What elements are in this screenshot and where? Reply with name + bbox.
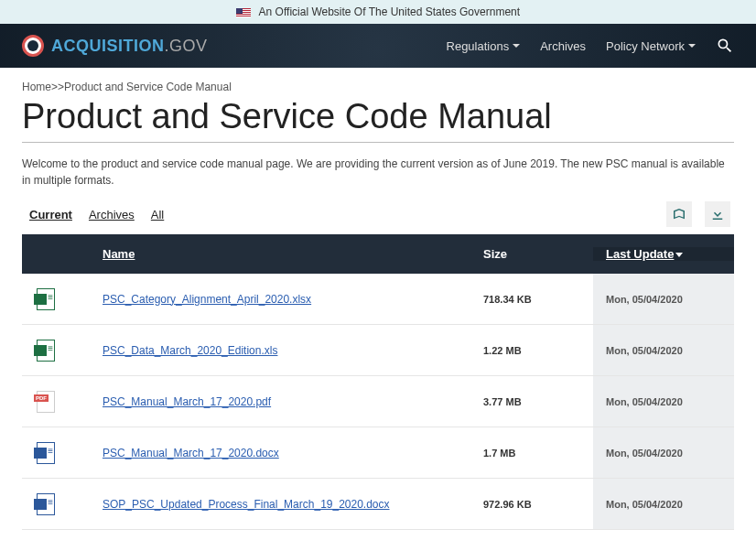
breadcrumb-home[interactable]: Home <box>22 81 51 93</box>
file-updated: Mon, 05/04/2020 <box>593 274 734 324</box>
file-size: 972.96 KB <box>483 499 593 510</box>
file-link[interactable]: SOP_PSC_Updated_Process_Final_March_19_2… <box>103 498 390 511</box>
us-flag-icon <box>236 8 251 17</box>
breadcrumb-current: Product and Service Code Manual <box>64 81 232 93</box>
table-actions <box>666 201 730 227</box>
download-icon <box>709 206 726 222</box>
table-row: PSC_Manual_March_17_2020.pdf3.77 MBMon, … <box>22 376 734 427</box>
header-last-update[interactable]: Last Update <box>593 247 734 261</box>
top-navigation: ACQUISITION.GOV Regulations Archives Pol… <box>0 24 756 68</box>
page-title: Product and Service Code Manual <box>22 97 734 143</box>
sort-desc-icon <box>675 253 683 257</box>
chevron-down-icon <box>688 44 696 48</box>
file-updated: Mon, 05/04/2020 <box>593 376 734 427</box>
file-updated: Mon, 05/04/2020 <box>593 325 734 375</box>
tabs-row: Current Archives All <box>22 201 734 234</box>
primary-nav: Regulations Archives Policy Network <box>447 37 734 55</box>
table-row: SOP_PSC_Updated_Process_Final_March_19_2… <box>22 479 734 530</box>
search-icon <box>716 37 734 55</box>
intro-text: Welcome to the product and service code … <box>22 156 734 189</box>
file-link[interactable]: PSC_Category_Alignment_April_2020.xlsx <box>103 293 311 306</box>
download-button[interactable] <box>705 201 730 227</box>
table-row: PSC_Manual_March_17_2020.docx1.7 MBMon, … <box>22 427 734 479</box>
chevron-down-icon <box>513 44 520 48</box>
file-size: 1.7 MB <box>483 448 593 459</box>
gov-banner: An Official Website Of The United States… <box>0 0 756 24</box>
gov-banner-text: An Official Website Of The United States… <box>259 5 520 18</box>
header-size: Size <box>483 247 593 261</box>
pdf-file-icon <box>37 391 55 413</box>
nav-archives[interactable]: Archives <box>540 39 586 53</box>
logo-text: ACQUISITION.GOV <box>51 37 208 56</box>
word-file-icon <box>37 442 55 464</box>
filter-tabs: Current Archives All <box>29 208 164 221</box>
file-table: Name Size Last Update PSC_Category_Align… <box>22 234 734 530</box>
site-logo[interactable]: ACQUISITION.GOV <box>22 35 208 57</box>
logo-icon <box>22 35 44 57</box>
tab-all[interactable]: All <box>151 208 164 221</box>
nav-policy-network[interactable]: Policy Network <box>606 39 696 53</box>
table-row: PSC_Data_March_2020_Edition.xls1.22 MBMo… <box>22 325 734 376</box>
search-button[interactable] <box>716 37 734 55</box>
file-size: 718.34 KB <box>483 294 593 305</box>
file-size: 1.22 MB <box>483 345 593 356</box>
file-size: 3.77 MB <box>483 396 593 407</box>
book-view-button[interactable] <box>666 201 692 227</box>
tab-archives[interactable]: Archives <box>89 208 135 221</box>
book-icon <box>671 206 687 222</box>
word-file-icon <box>37 493 55 515</box>
file-updated: Mon, 05/04/2020 <box>593 479 734 529</box>
nav-regulations[interactable]: Regulations <box>447 39 521 53</box>
main-content: Home>>Product and Service Code Manual Pr… <box>0 68 756 530</box>
table-body: PSC_Category_Alignment_April_2020.xlsx71… <box>22 274 734 530</box>
file-link[interactable]: PSC_Manual_March_17_2020.pdf <box>103 395 271 408</box>
file-link[interactable]: PSC_Manual_March_17_2020.docx <box>103 447 279 459</box>
table-header: Name Size Last Update <box>22 234 734 274</box>
table-row: PSC_Category_Alignment_April_2020.xlsx71… <box>22 274 734 325</box>
file-updated: Mon, 05/04/2020 <box>593 427 734 478</box>
header-name[interactable]: Name <box>103 247 483 261</box>
excel-file-icon <box>37 288 55 310</box>
tab-current[interactable]: Current <box>29 208 72 221</box>
file-link[interactable]: PSC_Data_March_2020_Edition.xls <box>103 344 277 357</box>
breadcrumb: Home>>Product and Service Code Manual <box>22 81 734 93</box>
excel-file-icon <box>37 340 55 362</box>
